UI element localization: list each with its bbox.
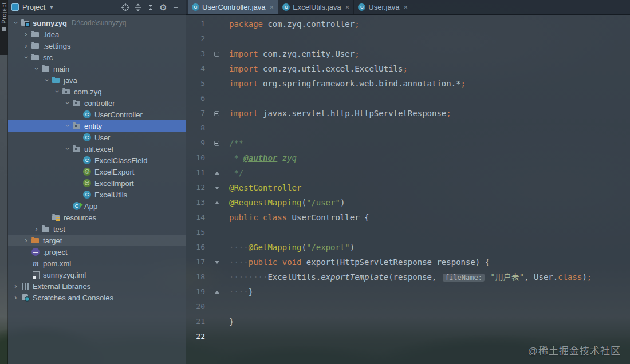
tree-item-sunnyzyq-iml[interactable]: sunnyzyq.iml: [8, 269, 186, 280]
tree-item-label: External Libraries: [33, 282, 90, 291]
tree-item-idea[interactable]: ›.idea: [8, 29, 186, 40]
code-line-16[interactable]: 16····@GetMapping("/export"): [186, 240, 630, 255]
tree-item-test[interactable]: ›test: [8, 223, 186, 235]
tab-excelutils-java[interactable]: CExcelUtils.java×: [278, 0, 354, 14]
code-text: ········ExcelUtils.exportTemplate(respon…: [223, 270, 592, 284]
chevron-expanded-icon[interactable]: ›: [31, 65, 42, 73]
tree-item-scratches-and-consoles[interactable]: ›Scratches and Consoles: [8, 292, 186, 303]
tree-item-controller[interactable]: ›controller: [8, 97, 186, 109]
tree-item-user[interactable]: User: [8, 132, 186, 143]
code-line-10[interactable]: 10 * @author zyq: [186, 151, 630, 165]
locate-file-button[interactable]: [119, 2, 132, 13]
chevron-expanded-icon[interactable]: ›: [62, 99, 73, 108]
fold-marker-column[interactable]: [205, 136, 223, 151]
chevron-expanded-icon[interactable]: ›: [21, 53, 32, 62]
code-line-8[interactable]: 8: [186, 121, 630, 136]
close-tab-icon[interactable]: ×: [270, 3, 274, 11]
chevron-collapsed-icon[interactable]: ›: [11, 292, 20, 303]
tree-item-entity[interactable]: ›entity: [8, 120, 186, 132]
locate-icon: [121, 3, 129, 11]
fold-down-icon[interactable]: [215, 187, 219, 189]
tree-item-java[interactable]: ›java: [8, 74, 186, 86]
fold-marker-column[interactable]: [205, 106, 223, 121]
fold-minus-icon[interactable]: [214, 52, 219, 57]
hide-panel-button[interactable]: −: [170, 2, 182, 13]
chevron-expanded-icon[interactable]: ›: [52, 88, 63, 96]
tree-item-main[interactable]: ›main: [8, 63, 186, 74]
code-line-1[interactable]: 1package com.zyq.controller;: [186, 17, 630, 31]
code-line-11[interactable]: 11 */: [186, 165, 630, 180]
code-line-14[interactable]: 14public class UserController {: [186, 210, 630, 225]
tree-item-target[interactable]: ›target: [8, 235, 186, 246]
chevron-collapsed-icon[interactable]: ›: [11, 280, 20, 292]
tree-item-project[interactable]: .project: [8, 246, 186, 258]
gutter-spacer: [205, 240, 223, 255]
collapse-all-button[interactable]: [144, 2, 157, 13]
fold-marker-column[interactable]: [205, 165, 223, 180]
code-line-4[interactable]: 4import com.zyq.util.excel.ExcelUtils;: [186, 61, 630, 76]
chevron-down-icon[interactable]: ▼: [49, 5, 54, 10]
tree-item-com-zyq[interactable]: ›com.zyq: [8, 86, 186, 97]
tree-item-pom-xml[interactable]: pom.xml: [8, 258, 186, 269]
fold-down-icon[interactable]: [215, 261, 219, 264]
tree-item-sunnyzyq[interactable]: ›sunnyzyqD:\code\sunnyzyq: [8, 17, 186, 29]
chevron-expanded-icon[interactable]: ›: [62, 145, 73, 153]
panel-settings-button[interactable]: ⚙: [157, 2, 170, 13]
code-line-21[interactable]: 21}: [186, 314, 630, 329]
fold-up-icon[interactable]: [215, 172, 219, 175]
chevron-collapsed-icon[interactable]: ›: [32, 223, 41, 235]
editor-body[interactable]: 1package com.zyq.controller;23import com…: [186, 15, 630, 364]
tree-item-excelexport[interactable]: ExcelExport: [8, 166, 186, 177]
code-line-12[interactable]: 12@RestController: [186, 180, 630, 195]
tree-item-settings[interactable]: ›.settings: [8, 40, 186, 52]
tree-item-excelclassfield[interactable]: ExcelClassField: [8, 155, 186, 166]
chevron-collapsed-icon[interactable]: ›: [22, 235, 30, 246]
code-line-2[interactable]: 2: [186, 31, 630, 46]
chevron-collapsed-icon[interactable]: ›: [22, 40, 30, 52]
code-line-19[interactable]: 19····}: [186, 284, 630, 299]
tree-item-resources[interactable]: resources: [8, 212, 186, 223]
tree-item-usercontroller[interactable]: UserController: [8, 109, 186, 120]
code-line-18[interactable]: 18········ExcelUtils.exportTemplate(resp…: [186, 270, 630, 284]
tab-user-java[interactable]: CUser.java×: [354, 0, 412, 14]
fold-marker-column[interactable]: [205, 255, 223, 270]
expand-all-button[interactable]: [132, 2, 144, 13]
tree-item-label: test: [53, 225, 65, 234]
class-icon: [83, 156, 92, 164]
fold-marker-column[interactable]: [205, 46, 223, 61]
tree-item-util-excel[interactable]: ›util.excel: [8, 143, 186, 155]
project-panel-title[interactable]: Project: [22, 3, 45, 11]
tree-item-excelimport[interactable]: ExcelImport: [8, 177, 186, 189]
tree-item-app[interactable]: App: [8, 200, 186, 212]
code-line-20[interactable]: 20: [186, 299, 630, 314]
code-line-17[interactable]: 17····public void export(HttpServletResp…: [186, 255, 630, 270]
fold-up-icon[interactable]: [215, 291, 219, 294]
fold-minus-icon[interactable]: [214, 111, 219, 116]
close-tab-icon[interactable]: ×: [345, 3, 350, 11]
chevron-collapsed-icon[interactable]: ›: [22, 29, 30, 40]
fold-marker-column[interactable]: [205, 180, 223, 195]
chevron-expanded-icon[interactable]: ›: [41, 76, 53, 85]
code-line-3[interactable]: 3import com.zyq.entity.User;: [186, 46, 630, 61]
tab-usercontroller-java[interactable]: CUserController.java×: [188, 0, 278, 14]
code-line-6[interactable]: 6: [186, 91, 630, 106]
code-line-15[interactable]: 15: [186, 225, 630, 240]
fold-up-icon[interactable]: [215, 201, 219, 204]
fold-marker-column[interactable]: [205, 284, 223, 299]
close-tab-icon[interactable]: ×: [403, 3, 408, 11]
code-line-7[interactable]: 7import javax.servlet.http.HttpServletRe…: [186, 106, 630, 121]
code-text: ····@GetMapping("/export"): [223, 240, 355, 255]
chevron-expanded-icon[interactable]: ›: [10, 19, 22, 27]
fold-marker-column[interactable]: [205, 195, 223, 210]
tree-item-external-libraries[interactable]: ›External Libraries: [8, 280, 186, 292]
fold-minus-icon[interactable]: [214, 141, 219, 146]
chevron-expanded-icon[interactable]: ›: [62, 122, 73, 130]
code-line-9[interactable]: 9/**: [186, 136, 630, 151]
watermark-text: @稀土掘金技术社区: [528, 343, 621, 357]
toolwindow-tab-project[interactable]: Project: [0, 0, 8, 55]
code-line-5[interactable]: 5import org.springframework.web.bind.ann…: [186, 76, 630, 91]
code-line-22[interactable]: 22: [186, 329, 630, 344]
tree-item-excelutils[interactable]: ExcelUtils: [8, 189, 186, 200]
tree-item-src[interactable]: ›src: [8, 52, 186, 63]
code-line-13[interactable]: 13@RequestMapping("/user"): [186, 195, 630, 210]
